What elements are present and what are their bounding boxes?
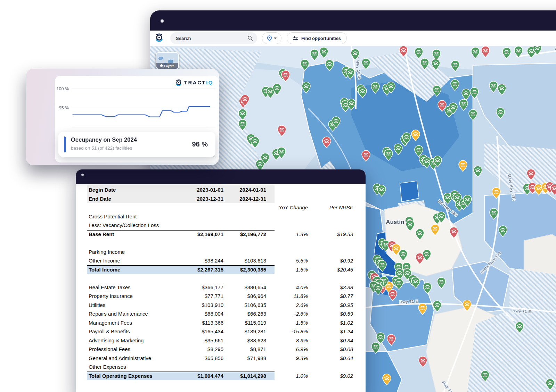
map-layers-control[interactable]: Layers <box>156 52 179 69</box>
facility-map-pin[interactable] <box>422 249 431 261</box>
facility-map-pin[interactable] <box>358 86 367 98</box>
facility-map-pin[interactable] <box>238 109 247 120</box>
facility-map-pin[interactable] <box>394 278 403 290</box>
facility-map-pin[interactable] <box>277 147 286 159</box>
facility-map-pin[interactable] <box>332 116 341 128</box>
facility-map-pin[interactable] <box>492 187 501 199</box>
facility-map-pin[interactable] <box>346 68 355 80</box>
facility-map-pin[interactable] <box>514 46 523 58</box>
facility-map-pin[interactable] <box>463 300 472 311</box>
financial-statement-window: Begin Date2023-01-012024-01-01End Date20… <box>76 169 366 392</box>
facility-map-pin[interactable] <box>325 59 334 71</box>
facility-map-pin[interactable] <box>399 249 408 261</box>
facility-map-pin[interactable] <box>387 334 396 346</box>
facility-map-pin[interactable] <box>415 228 424 240</box>
facility-map-pin[interactable] <box>431 224 440 236</box>
window-control-dot[interactable] <box>81 174 84 176</box>
table-row: General and Administrative$65,856$71,988… <box>89 354 353 363</box>
facility-map-pin[interactable] <box>361 58 370 70</box>
facility-map-pin[interactable] <box>481 370 490 382</box>
facility-map-pin[interactable] <box>281 70 290 82</box>
facility-map-pin[interactable] <box>411 277 420 289</box>
row-label: Less: Vacancy/Collection Loss <box>89 222 172 228</box>
find-opportunities-button[interactable]: Find opportunities <box>287 32 347 44</box>
facility-map-pin[interactable] <box>238 119 247 131</box>
facility-map-pin[interactable] <box>402 132 411 144</box>
facility-map-pin[interactable] <box>319 47 328 59</box>
value-2023: $103,910 <box>172 302 223 308</box>
facility-map-pin[interactable] <box>526 169 535 181</box>
facility-map-pin[interactable] <box>382 374 391 385</box>
facility-map-pin[interactable] <box>471 47 480 59</box>
facility-map-pin[interactable] <box>386 82 395 93</box>
facility-map-pin[interactable] <box>437 211 446 223</box>
facility-map-pin[interactable] <box>378 260 387 272</box>
facility-map-pin[interactable] <box>371 342 380 354</box>
facility-map-pin[interactable] <box>502 47 511 59</box>
facility-map-pin[interactable] <box>498 225 507 237</box>
search-input[interactable]: Search <box>170 32 257 44</box>
value-2023: $68,004 <box>172 311 223 317</box>
facility-map-pin[interactable] <box>449 227 458 239</box>
facility-map-pin[interactable] <box>449 102 458 114</box>
facility-map-pin[interactable] <box>489 208 498 220</box>
facility-map-pin[interactable] <box>437 277 446 289</box>
facility-map-pin[interactable] <box>399 46 408 57</box>
facility-map-pin[interactable] <box>414 47 423 59</box>
facility-map-pin[interactable] <box>371 82 380 94</box>
facility-map-pin[interactable] <box>347 99 356 110</box>
facility-map-pin[interactable] <box>461 89 471 100</box>
facility-map-pin[interactable] <box>459 99 468 111</box>
occupancy-tooltip: Occupancy on Sep 2024 based on 51 (of 42… <box>58 132 215 157</box>
window-control-dot[interactable] <box>161 19 164 23</box>
facility-map-pin[interactable] <box>423 282 432 294</box>
facility-map-pin[interactable] <box>310 49 319 61</box>
facility-map-pin[interactable] <box>433 156 442 167</box>
value-2024: $115,019 <box>223 320 266 326</box>
facility-map-pin[interactable] <box>481 46 490 58</box>
location-filter-button[interactable] <box>262 32 281 44</box>
facility-map-pin[interactable] <box>451 60 460 72</box>
facility-map-pin[interactable] <box>384 149 393 161</box>
value-2024: $103,613 <box>223 258 266 264</box>
facility-map-pin[interactable] <box>361 150 370 162</box>
facility-map-pin[interactable] <box>277 125 286 137</box>
facility-map-pin[interactable] <box>470 87 479 99</box>
per-nrsf-value: $0.08 <box>308 346 353 352</box>
road-label: W 2nd <box>554 46 556 51</box>
facility-map-pin[interactable] <box>468 109 477 121</box>
facility-map-pin[interactable] <box>377 185 386 197</box>
facility-map-pin[interactable] <box>388 289 397 301</box>
facility-map-pin[interactable] <box>302 82 311 93</box>
facility-map-pin[interactable] <box>272 83 281 95</box>
facility-map-pin[interactable] <box>546 378 555 390</box>
facility-map-pin[interactable] <box>473 166 482 177</box>
value-2023: $2,169,071 <box>172 231 223 237</box>
facility-map-pin[interactable] <box>351 49 360 60</box>
facility-map-pin[interactable] <box>550 184 556 195</box>
facility-map-pin[interactable] <box>450 79 459 91</box>
facility-map-pin[interactable] <box>300 59 309 71</box>
facility-map-pin[interactable] <box>533 46 542 55</box>
facility-map-pin[interactable] <box>420 58 429 70</box>
facility-map-pin[interactable] <box>458 160 467 172</box>
facility-map-pin[interactable] <box>251 136 260 148</box>
facility-map-pin[interactable] <box>497 84 506 95</box>
facility-map-pin[interactable] <box>374 283 383 295</box>
facility-map-pin[interactable] <box>431 59 440 70</box>
facility-map-pin[interactable] <box>433 300 442 312</box>
facility-map-pin[interactable] <box>432 85 441 97</box>
facility-map-pin[interactable] <box>463 195 472 207</box>
facility-map-pin[interactable] <box>406 220 415 232</box>
facility-map-pin[interactable] <box>411 130 420 141</box>
facility-map-pin[interactable] <box>261 153 270 165</box>
facility-map-pin[interactable] <box>489 81 498 93</box>
facility-map-pin[interactable] <box>418 356 427 368</box>
facility-map-pin[interactable] <box>240 94 250 106</box>
facility-map-pin[interactable] <box>496 107 505 119</box>
tooltip-subtitle: based on 51 (of 422) facilities <box>71 145 132 151</box>
facility-map-pin[interactable] <box>322 136 331 148</box>
facility-map-pin[interactable] <box>418 303 427 315</box>
search-icon <box>247 35 253 41</box>
facility-map-pin[interactable] <box>515 322 524 333</box>
